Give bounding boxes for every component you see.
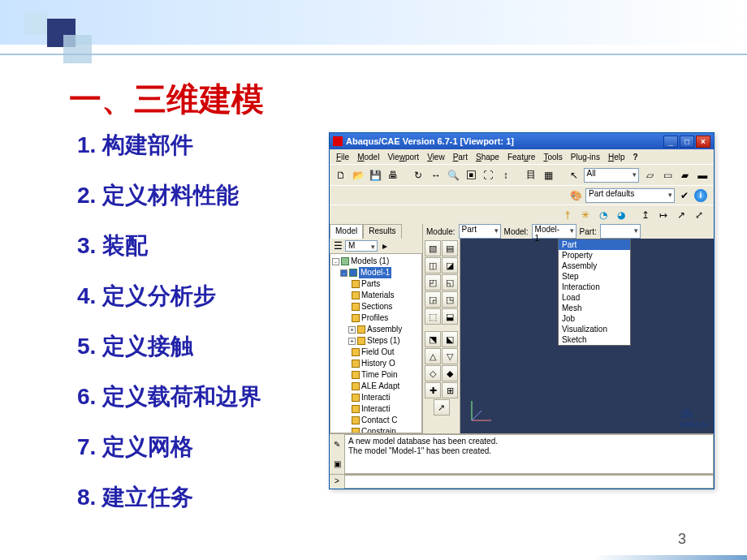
tool-icon[interactable]: ◆ [442, 365, 458, 381]
menu-file[interactable]: File [333, 152, 352, 162]
fit-icon[interactable]: ⛶ [481, 167, 496, 183]
menu-shape[interactable]: Shape [473, 152, 503, 162]
cycle-icon[interactable]: ↕ [498, 167, 513, 183]
color-apply-icon[interactable]: ✔ [676, 187, 693, 204]
module-option[interactable]: Sketch [559, 334, 630, 345]
axis3-icon[interactable]: ↗ [673, 207, 689, 223]
module-option[interactable]: Job [559, 313, 630, 324]
tool-icon[interactable]: ◲ [425, 291, 441, 308]
render-shade-icon[interactable]: ▰ [677, 167, 693, 183]
view-icon[interactable]: ▦ [541, 167, 556, 183]
menu-context-help[interactable]: ? [629, 152, 641, 162]
color-icon[interactable]: 🎨 [568, 187, 584, 204]
tool-icon[interactable]: ◳ [442, 291, 458, 308]
part-manager-icon[interactable]: ▤ [442, 240, 458, 256]
tool-icon[interactable]: ▽ [442, 348, 458, 364]
tool-icon[interactable]: ◱ [442, 274, 458, 291]
tree-item-label[interactable]: Constrain [361, 426, 396, 433]
module-option[interactable]: Load [559, 292, 630, 303]
pan-icon[interactable]: ↔ [428, 167, 443, 183]
module-option[interactable]: Step [559, 271, 630, 282]
tree-item-label[interactable]: Interacti [361, 403, 391, 415]
tool-icon[interactable]: ◇ [425, 365, 441, 381]
menu-part[interactable]: Part [450, 152, 471, 162]
tool-icon[interactable]: ◰ [425, 274, 441, 291]
new-icon[interactable]: 🗋 [333, 167, 348, 183]
menu-viewport[interactable]: Viewport [384, 152, 422, 162]
tree-expander[interactable]: + [348, 326, 356, 334]
minimize-button[interactable]: _ [663, 136, 678, 148]
tool-icon[interactable]: ⬓ [442, 308, 458, 325]
axis4-icon[interactable]: ⤢ [691, 207, 707, 223]
tab-model[interactable]: Model [330, 224, 363, 239]
tree-filter-select[interactable]: M [345, 240, 378, 252]
create-part-icon[interactable]: ▧ [425, 240, 441, 256]
zoom-box-icon[interactable]: 🞕 [463, 167, 478, 183]
menu-help[interactable]: Help [605, 152, 628, 162]
module-option[interactable]: Mesh [559, 303, 630, 313]
render-hidden-icon[interactable]: ▭ [660, 167, 676, 183]
module-option[interactable]: Property [559, 250, 630, 261]
tree-item-label[interactable]: Contact C [361, 415, 397, 426]
tree-item-label[interactable]: Assembly [367, 324, 402, 335]
rotate-icon[interactable]: ↻ [411, 167, 426, 183]
visibility-icon[interactable]: ◔ [595, 207, 611, 223]
visibility2-icon[interactable]: ◕ [613, 207, 629, 223]
selection-filter-select[interactable]: All [584, 168, 640, 183]
tool-icon[interactable]: ◪ [442, 257, 458, 274]
tab-results[interactable]: Results [363, 224, 401, 239]
tree-item-label[interactable]: Steps (1) [367, 335, 400, 347]
model-select[interactable]: Model-1 [532, 224, 576, 239]
axis1-icon[interactable]: ↥ [637, 207, 654, 223]
tool-icon[interactable]: ◫ [425, 257, 441, 274]
module-option[interactable]: Interaction [559, 282, 630, 292]
tree-item-label[interactable]: Interacti [361, 392, 391, 403]
module-dropdown-list[interactable]: Part Property Assembly Step Interaction … [558, 239, 631, 346]
datum-icon[interactable]: † [559, 207, 576, 223]
open-icon[interactable]: 📂 [350, 167, 365, 183]
message-log[interactable]: A new model database has been created. T… [344, 434, 714, 474]
tree-item-label[interactable]: Materials [361, 290, 395, 301]
maximize-button[interactable]: □ [680, 136, 694, 148]
command-input[interactable] [344, 475, 714, 489]
ref-icon[interactable]: ✳ [577, 207, 594, 223]
tree-expand-icon[interactable]: ▸ [379, 240, 391, 252]
tool-icon[interactable]: ⬔ [425, 331, 441, 347]
perspective-icon[interactable]: 目 [523, 167, 538, 183]
tool-icon[interactable]: ⬚ [425, 308, 441, 325]
tree-item-label[interactable]: ALE Adapt [361, 381, 399, 392]
menu-view[interactable]: View [424, 152, 448, 162]
save-icon[interactable]: 💾 [368, 167, 383, 183]
tool-icon[interactable]: ↗ [434, 399, 450, 416]
color-mode-select[interactable]: Part defaults [585, 188, 675, 203]
tree-expander[interactable]: - [340, 269, 348, 277]
tree-model-name[interactable]: Model-1 [359, 267, 391, 278]
print-icon[interactable]: 🖶 [385, 167, 400, 183]
tree-expander[interactable]: + [348, 338, 356, 345]
tree-item-label[interactable]: Profiles [361, 312, 388, 324]
module-option[interactable]: Visualization [559, 324, 630, 334]
render-shade2-icon[interactable]: ▬ [695, 167, 710, 183]
menu-model[interactable]: Model [354, 152, 382, 162]
tool-icon[interactable]: ⊞ [442, 382, 458, 398]
tree-item-label[interactable]: Field Out [361, 347, 395, 358]
tree-root[interactable]: Models (1) [351, 256, 389, 267]
render-wire-icon[interactable]: ▱ [642, 167, 658, 183]
module-option[interactable]: Part [559, 239, 630, 250]
info-icon[interactable]: i [694, 189, 707, 202]
tool-icon[interactable]: ⬕ [442, 331, 458, 347]
tree-item-label[interactable]: Sections [361, 301, 392, 312]
module-select[interactable]: Part [459, 224, 501, 239]
close-button[interactable]: × [696, 136, 710, 148]
tree-expander[interactable]: - [332, 258, 339, 265]
tool-icon[interactable]: ✚ [425, 382, 441, 398]
model-tree[interactable]: -Models (1) -Model-1 Parts Materials Sec… [330, 253, 422, 433]
tree-item-label[interactable]: Parts [361, 278, 380, 290]
tree-item-label[interactable]: Time Poin [361, 369, 398, 381]
menu-tools[interactable]: Tools [540, 152, 565, 162]
axis2-icon[interactable]: ↦ [655, 207, 671, 223]
zoom-icon[interactable]: 🔍 [446, 167, 461, 183]
select-icon[interactable]: ↖ [566, 167, 581, 183]
menu-feature[interactable]: Feature [504, 152, 538, 162]
part-select[interactable] [600, 224, 641, 239]
